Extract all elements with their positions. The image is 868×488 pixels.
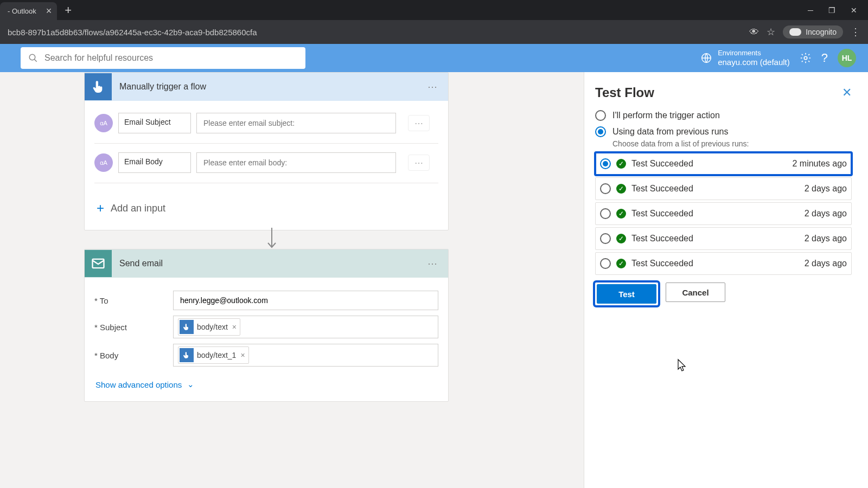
run-label: Test Succeeded <box>631 234 693 243</box>
globe-icon <box>700 52 712 64</box>
param-menu-icon[interactable]: ⋯ <box>408 115 430 131</box>
param-label[interactable]: Email Body <box>118 152 191 173</box>
check-icon: ✓ <box>616 209 626 219</box>
action-card-header[interactable]: Send email ⋯ <box>85 249 448 278</box>
search-icon <box>28 53 38 63</box>
test-flow-panel: Test Flow ✕ I'll perform the trigger act… <box>584 72 868 488</box>
help-icon[interactable]: ? <box>821 51 828 65</box>
run-item[interactable]: ✓ Test Succeeded 2 days ago <box>595 177 852 200</box>
to-input[interactable] <box>173 291 438 310</box>
trigger-input-row: αA Email Subject ⋯ <box>94 113 438 133</box>
body-token-remove[interactable]: × <box>240 351 245 359</box>
action-title: Send email <box>112 259 427 268</box>
option-manual[interactable]: I'll perform the trigger action <box>595 110 852 121</box>
divider <box>94 143 438 144</box>
run-item[interactable]: ✓ Test Succeeded 2 minutes ago <box>595 152 852 175</box>
subject-token[interactable]: body/text × <box>178 318 240 336</box>
text-param-icon: αA <box>94 114 113 132</box>
gear-icon[interactable] <box>800 52 812 64</box>
url-text: bcb8-897b1a5d8b63/flows/a962445a-ec3c-42… <box>8 28 257 37</box>
show-advanced-link[interactable]: Show advanced options ⌄ <box>94 372 438 391</box>
run-time: 2 minutes ago <box>792 159 847 169</box>
svg-point-3 <box>804 56 807 60</box>
option-manual-label: I'll perform the trigger action <box>612 111 720 120</box>
trigger-card-header[interactable]: Manually trigger a flow ⋯ <box>85 73 448 101</box>
avatar[interactable]: HL <box>838 49 856 67</box>
check-icon: ✓ <box>616 184 626 194</box>
environment-label: Environments <box>718 49 790 57</box>
svg-line-1 <box>34 59 37 62</box>
panel-close-icon[interactable]: ✕ <box>842 86 852 100</box>
search-input[interactable] <box>44 53 298 63</box>
incognito-icon <box>789 28 801 36</box>
choose-hint: Choose data from a list of previous runs… <box>612 139 852 148</box>
maximize-icon[interactable]: ❐ <box>828 6 835 15</box>
text-param-icon: αA <box>94 153 113 172</box>
param-menu-icon[interactable]: ⋯ <box>408 155 430 171</box>
check-icon: ✓ <box>616 159 626 169</box>
tab-close-icon[interactable]: × <box>46 5 52 17</box>
minimize-icon[interactable]: ─ <box>808 6 813 15</box>
browser-tab-strip: - Outlook × + ─ ❐ ✕ <box>0 0 868 20</box>
chevron-down-icon: ⌄ <box>187 380 194 389</box>
radio-manual[interactable] <box>595 110 606 121</box>
tracking-icon[interactable]: 👁 <box>749 27 759 38</box>
test-button[interactable]: Test <box>597 284 656 304</box>
param-label[interactable]: Email Subject <box>118 113 191 133</box>
check-icon: ✓ <box>616 234 626 243</box>
window-controls: ─ ❐ ✕ <box>808 6 868 15</box>
run-item[interactable]: ✓ Test Succeeded 2 days ago <box>595 252 852 275</box>
environment-name: enayu.com (default) <box>718 57 790 68</box>
search-box[interactable] <box>21 47 305 69</box>
run-item[interactable]: ✓ Test Succeeded 2 days ago <box>595 202 852 225</box>
run-radio[interactable] <box>600 183 611 194</box>
trigger-menu-icon[interactable]: ⋯ <box>427 81 448 93</box>
divider <box>94 183 438 183</box>
bookmark-star-icon[interactable]: ☆ <box>767 26 775 38</box>
run-radio[interactable] <box>600 208 611 219</box>
param-input[interactable] <box>196 152 396 173</box>
subject-input[interactable]: body/text × <box>173 316 438 338</box>
arrow-down-icon <box>266 227 278 251</box>
to-value[interactable] <box>178 294 433 307</box>
body-token-text: body/text_1 <box>197 351 236 359</box>
run-time: 2 days ago <box>805 234 847 243</box>
test-button-highlight: Test <box>595 282 658 305</box>
close-window-icon[interactable]: ✕ <box>851 6 857 15</box>
body-label: * Body <box>94 351 173 360</box>
incognito-badge: Incognito <box>783 25 843 38</box>
run-radio[interactable] <box>600 258 611 269</box>
plus-icon: + <box>97 201 104 216</box>
body-input[interactable]: body/text_1 × <box>173 344 438 367</box>
action-card: Send email ⋯ * To * Subject body/text × <box>84 249 449 402</box>
run-label: Test Succeeded <box>631 184 693 194</box>
action-menu-icon[interactable]: ⋯ <box>427 258 448 269</box>
trigger-input-row: αA Email Body ⋯ <box>94 152 438 173</box>
to-label: * To <box>94 296 173 305</box>
trigger-title: Manually trigger a flow <box>112 82 427 92</box>
tab-title: - Outlook <box>8 7 36 15</box>
dynamic-content-icon <box>180 320 194 334</box>
add-input-label: Add an input <box>111 203 165 214</box>
browser-tab[interactable]: - Outlook × <box>0 2 57 20</box>
environment-picker[interactable]: Environments enayu.com (default) <box>700 49 790 68</box>
browser-menu-icon[interactable]: ⋮ <box>851 26 860 38</box>
radio-previous[interactable] <box>595 126 606 137</box>
address-bar[interactable]: bcb8-897b1a5d8b63/flows/a962445a-ec3c-42… <box>0 20 868 44</box>
param-input[interactable] <box>196 113 396 133</box>
run-radio[interactable] <box>600 158 611 169</box>
subject-token-remove[interactable]: × <box>232 323 237 331</box>
show-advanced-text: Show advanced options <box>95 380 182 389</box>
run-item[interactable]: ✓ Test Succeeded 2 days ago <box>595 227 852 250</box>
panel-title: Test Flow <box>595 85 654 100</box>
run-radio[interactable] <box>600 233 611 244</box>
incognito-label: Incognito <box>806 28 837 36</box>
cancel-button[interactable]: Cancel <box>666 282 725 302</box>
body-token[interactable]: body/text_1 × <box>178 346 249 364</box>
run-time: 2 days ago <box>805 209 847 219</box>
option-previous[interactable]: Using data from previous runs <box>595 126 852 137</box>
subject-token-text: body/text <box>197 323 228 331</box>
touch-icon <box>85 73 112 100</box>
add-input-button[interactable]: +Add an input <box>94 192 438 220</box>
new-tab-button[interactable]: + <box>65 3 72 17</box>
